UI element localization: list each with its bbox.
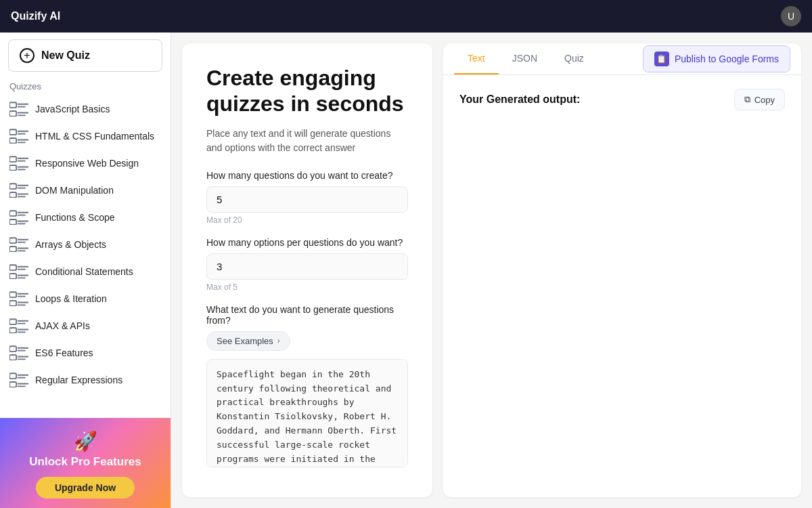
svg-rect-6 (9, 129, 16, 135)
svg-rect-42 (9, 292, 16, 297)
svg-rect-18 (9, 184, 16, 189)
copy-label: Copy (754, 95, 775, 105)
see-examples-button[interactable]: See Examples › (206, 331, 290, 351)
upgrade-button[interactable]: Upgrade Now (36, 477, 135, 499)
sidebar-item-10[interactable]: Regular Expressions (0, 366, 171, 394)
options-label: How many options per questions do you wa… (206, 237, 408, 248)
svg-rect-36 (9, 265, 16, 270)
avatar[interactable]: U (781, 6, 801, 26)
sidebar-item-9[interactable]: ES6 Features (0, 339, 171, 366)
quiz-list-icon (9, 237, 28, 252)
sidebar-item-label: AJAX & APIs (35, 320, 90, 331)
svg-rect-60 (9, 373, 16, 379)
form-subtitle: Place any text and it will generate ques… (206, 127, 408, 155)
rocket-icon: 🚀 (11, 430, 160, 452)
svg-rect-15 (9, 165, 16, 171)
sidebar-item-6[interactable]: Conditional Statements (0, 258, 171, 285)
sidebar-item-label: Arrays & Objects (35, 239, 106, 250)
svg-rect-54 (9, 346, 16, 352)
copy-icon: ⧉ (744, 94, 750, 105)
sidebar-item-label: Responsive Web Design (35, 158, 139, 169)
main-content: Create engaging quizzes in seconds Place… (171, 33, 812, 508)
pro-title: Unlock Pro Features (11, 455, 160, 469)
svg-rect-0 (9, 102, 16, 108)
sidebar-item-0[interactable]: JavaScript Basics (0, 96, 171, 123)
questions-label: How many questions do you want to create… (206, 170, 408, 181)
quiz-list-icon (9, 291, 28, 306)
output-tabs: Text JSON Quiz 📋 Publish to Google Forms (443, 43, 801, 75)
quiz-list-icon (9, 156, 28, 171)
quizzes-section-label: Quizzes (0, 79, 171, 96)
new-quiz-button[interactable]: + New Quiz (8, 39, 162, 72)
svg-rect-30 (9, 238, 16, 243)
sidebar-item-8[interactable]: AJAX & APIs (0, 312, 171, 339)
sidebar-item-label: HTML & CSS Fundamentals (35, 131, 154, 142)
quiz-list-icon (9, 345, 28, 360)
tab-text[interactable]: Text (454, 43, 499, 75)
output-header: Your Generated output: ⧉ Copy (459, 89, 785, 110)
svg-rect-24 (9, 211, 16, 216)
svg-rect-57 (9, 355, 16, 360)
sidebar: + New Quiz Quizzes JavaScript Basics (0, 33, 171, 508)
svg-rect-45 (9, 301, 16, 306)
sidebar-item-label: JavaScript Basics (35, 104, 110, 114)
pro-banner: 🚀 Unlock Pro Features Upgrade Now (0, 418, 171, 508)
source-text-input[interactable] (206, 359, 408, 467)
quiz-list-icon (9, 264, 28, 279)
svg-rect-27 (9, 219, 16, 225)
quiz-list-icon (9, 210, 28, 225)
svg-rect-63 (9, 382, 16, 387)
tab-quiz[interactable]: Quiz (551, 43, 597, 75)
sidebar-item-5[interactable]: Arrays & Objects (0, 231, 171, 258)
quiz-list-icon (9, 102, 28, 117)
publish-label: Publish to Google Forms (675, 54, 779, 64)
app-title: Quizify AI (11, 10, 60, 22)
google-forms-icon: 📋 (654, 51, 669, 66)
sidebar-item-2[interactable]: Responsive Web Design (0, 150, 171, 177)
sidebar-item-7[interactable]: Loops & Iteration (0, 285, 171, 312)
svg-rect-51 (9, 328, 16, 333)
sidebar-item-label: ES6 Features (35, 347, 93, 358)
see-examples-label: See Examples (217, 336, 273, 346)
main-layout: + New Quiz Quizzes JavaScript Basics (0, 33, 812, 508)
svg-rect-9 (9, 138, 16, 144)
quiz-list-icon (9, 183, 28, 198)
sidebar-list: JavaScript Basics HTML & CSS Fundamental… (0, 96, 171, 418)
quiz-list-icon (9, 373, 28, 387)
publish-button[interactable]: 📋 Publish to Google Forms (643, 45, 790, 72)
options-input[interactable] (206, 253, 408, 280)
topnav: Quizify AI U (0, 0, 812, 33)
sidebar-item-label: Regular Expressions (35, 375, 122, 385)
svg-rect-21 (9, 192, 16, 198)
sidebar-item-3[interactable]: DOM Manipulation (0, 177, 171, 204)
svg-rect-39 (9, 274, 16, 279)
options-hint: Max of 5 (206, 282, 408, 292)
quiz-list-icon (9, 129, 28, 144)
sidebar-item-label: DOM Manipulation (35, 185, 114, 196)
quiz-list-icon (9, 318, 28, 333)
sidebar-item-label: Conditional Statements (35, 266, 133, 277)
questions-hint: Max of 20 (206, 215, 408, 225)
output-panel: Text JSON Quiz 📋 Publish to Google Forms… (443, 43, 801, 497)
questions-input[interactable] (206, 186, 408, 213)
sidebar-item-1[interactable]: HTML & CSS Fundamentals (0, 123, 171, 150)
svg-rect-3 (9, 111, 16, 117)
quiz-form-card: Create engaging quizzes in seconds Place… (182, 43, 432, 497)
sidebar-item-label: Functions & Scope (35, 212, 115, 223)
output-title: Your Generated output: (459, 93, 580, 106)
copy-button[interactable]: ⧉ Copy (734, 89, 785, 110)
sidebar-item-4[interactable]: Functions & Scope (0, 204, 171, 231)
sidebar-item-label: Loops & Iteration (35, 293, 107, 304)
new-quiz-label: New Quiz (41, 49, 90, 62)
form-heading: Create engaging quizzes in seconds (206, 65, 408, 117)
plus-icon: + (20, 48, 35, 63)
tab-json[interactable]: JSON (499, 43, 551, 75)
arrow-icon: › (277, 336, 280, 345)
output-body: Your Generated output: ⧉ Copy (443, 75, 801, 497)
svg-rect-12 (9, 156, 16, 162)
svg-rect-48 (9, 319, 16, 324)
svg-rect-33 (9, 247, 16, 252)
text-label: What text do you want to generate questi… (206, 304, 408, 326)
